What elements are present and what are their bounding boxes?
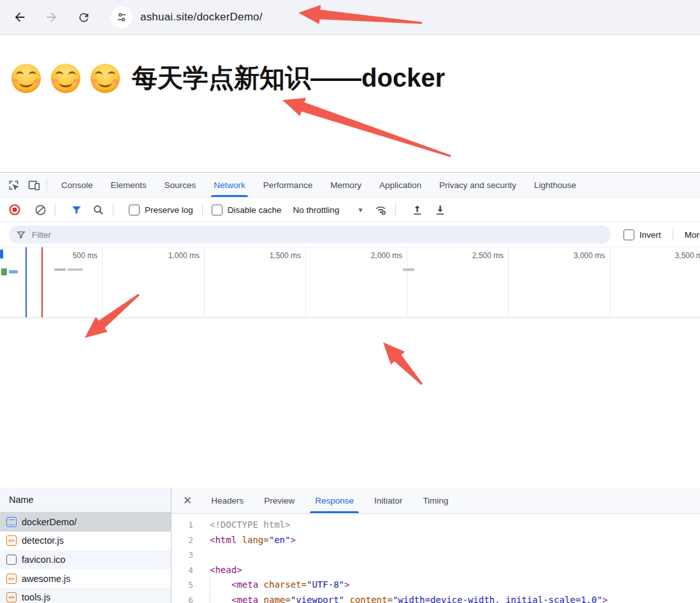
chevron-down-icon: ▼ xyxy=(357,207,363,214)
throttling-value: No throttling xyxy=(293,205,340,215)
download-arrow-icon xyxy=(434,204,446,216)
tab-elements[interactable]: Elements xyxy=(102,173,156,197)
forward-arrow-icon xyxy=(45,10,59,24)
tab-memory[interactable]: Memory xyxy=(321,173,370,197)
disable-cache-checkbox[interactable]: Disable cache xyxy=(212,205,282,215)
filter-toggle-button[interactable] xyxy=(68,201,85,218)
checkbox-unchecked[interactable] xyxy=(623,229,634,240)
divider xyxy=(113,203,113,216)
preserve-log-checkbox[interactable]: Preserve log xyxy=(129,205,193,215)
indent-guide xyxy=(210,578,231,590)
script-file-icon: <> xyxy=(6,535,17,546)
network-overview-timeline[interactable]: 500 ms1,000 ms1,500 ms2,000 ms2,500 ms3,… xyxy=(0,247,700,318)
heading-emojis xyxy=(11,64,120,93)
network-conditions-button[interactable] xyxy=(372,201,389,218)
checkbox-unchecked[interactable] xyxy=(212,205,222,215)
forward-button[interactable] xyxy=(41,6,62,28)
site-settings-button[interactable] xyxy=(111,6,133,28)
waterfall-preview-bar xyxy=(403,268,414,271)
detail-tab-timing[interactable]: Timing xyxy=(412,488,458,513)
table-row[interactable]: <>awesome.js xyxy=(0,569,171,588)
response-body-viewer[interactable]: 1<!DOCTYPE html>2<html lang="en">34<head… xyxy=(171,514,700,603)
funnel-icon xyxy=(71,204,82,215)
table-row[interactable]: <>detector.js xyxy=(0,532,171,551)
script-file-icon: <> xyxy=(6,592,17,602)
invert-checkbox[interactable]: Invert xyxy=(623,229,661,240)
export-har-button[interactable] xyxy=(432,201,448,218)
table-row[interactable]: <>tools.js xyxy=(0,588,171,603)
search-icon xyxy=(92,204,105,216)
detail-tab-response[interactable]: Response xyxy=(305,488,364,513)
table-row[interactable]: favicon.ico xyxy=(0,550,171,569)
smiling-face-emoji xyxy=(91,64,120,93)
tab-network[interactable]: Network xyxy=(205,173,254,197)
divider xyxy=(673,228,673,241)
preserve-log-label: Preserve log xyxy=(145,205,193,215)
search-network-button[interactable] xyxy=(90,201,106,218)
generic-file-icon xyxy=(6,555,17,565)
back-button[interactable] xyxy=(9,6,31,28)
tab-console[interactable]: Console xyxy=(52,173,102,197)
clear-network-log-button[interactable] xyxy=(32,201,48,218)
page-heading: 每天学点新知识——docker xyxy=(132,61,445,96)
code-line: 2<html lang="en"> xyxy=(171,533,700,548)
clear-icon xyxy=(34,204,47,216)
waterfall-preview-bar xyxy=(1,268,7,275)
timeline-gridline xyxy=(508,247,509,317)
detail-tab-preview[interactable]: Preview xyxy=(254,488,305,513)
timeline-tick-label: 500 ms xyxy=(73,251,102,260)
inspect-element-button[interactable] xyxy=(6,177,21,193)
divider xyxy=(395,203,396,216)
request-name: dockerDemo/ xyxy=(22,517,77,527)
smiling-face-emoji xyxy=(11,64,41,93)
detail-tab-initiator[interactable]: Initiator xyxy=(364,488,412,513)
code-content: <head> xyxy=(210,563,242,578)
request-detail-panel: ✕ HeadersPreviewResponseInitiatorTiming … xyxy=(171,488,700,603)
script-file-icon: <> xyxy=(6,574,17,584)
record-network-log-button[interactable] xyxy=(6,201,23,218)
import-har-button[interactable] xyxy=(409,201,425,218)
tab-performance[interactable]: Performance xyxy=(254,173,321,197)
back-arrow-icon xyxy=(13,10,27,24)
reload-button[interactable] xyxy=(73,6,94,28)
code-line: 5<meta charset="UTF-8"> xyxy=(171,578,700,593)
device-toolbar-button[interactable] xyxy=(26,177,41,193)
record-icon xyxy=(8,203,21,216)
code-content: <!DOCTYPE html> xyxy=(210,518,290,533)
name-column-header[interactable]: Name xyxy=(0,488,171,512)
code-line: 1<!DOCTYPE html> xyxy=(171,518,700,533)
tune-icon xyxy=(116,11,128,23)
divider xyxy=(47,178,47,191)
address-bar-url[interactable]: ashuai.site/dockerDemo/ xyxy=(140,11,263,24)
line-number: 5 xyxy=(171,578,193,593)
throttling-dropdown[interactable]: No throttling ▼ xyxy=(293,205,364,215)
devtools-panel: ConsoleElementsSourcesNetworkPerformance… xyxy=(0,172,700,603)
code-line: 4<head> xyxy=(171,563,700,578)
timeline-drag-handle[interactable] xyxy=(0,249,3,259)
request-name: favicon.ico xyxy=(22,555,66,565)
request-list-panel: Name dockerDemo/<>detector.jsfavicon.ico… xyxy=(0,488,171,603)
checkbox-unchecked[interactable] xyxy=(129,205,140,215)
request-name: tools.js xyxy=(22,592,50,602)
browser-toolbar: ashuai.site/dockerDemo/ xyxy=(0,0,700,35)
dom-content-loaded-line xyxy=(26,247,27,317)
timeline-gridline xyxy=(204,247,205,317)
upload-arrow-icon xyxy=(411,204,423,216)
tab-privacy-and-security[interactable]: Privacy and security xyxy=(430,173,525,197)
funnel-icon xyxy=(17,230,26,239)
line-number: 3 xyxy=(171,548,193,563)
timeline-tick-label: 3,000 ms xyxy=(574,251,609,260)
line-number: 4 xyxy=(171,563,193,578)
code-content: <meta charset="UTF-8"> xyxy=(210,578,349,593)
more-filters-label[interactable]: More filters xyxy=(685,230,700,240)
waterfall-preview-bar xyxy=(9,270,18,273)
table-row[interactable]: dockerDemo/ xyxy=(0,512,171,532)
network-toolbar: Preserve log Disable cache No throttling… xyxy=(0,198,700,222)
detail-tab-headers[interactable]: Headers xyxy=(201,488,254,513)
tab-lighthouse[interactable]: Lighthouse xyxy=(525,173,585,197)
tab-application[interactable]: Application xyxy=(370,173,430,197)
close-icon[interactable]: ✕ xyxy=(171,494,201,507)
filter-input[interactable]: Filter xyxy=(9,226,611,243)
tab-sources[interactable]: Sources xyxy=(156,173,205,197)
waterfall-preview-bar xyxy=(68,268,83,271)
